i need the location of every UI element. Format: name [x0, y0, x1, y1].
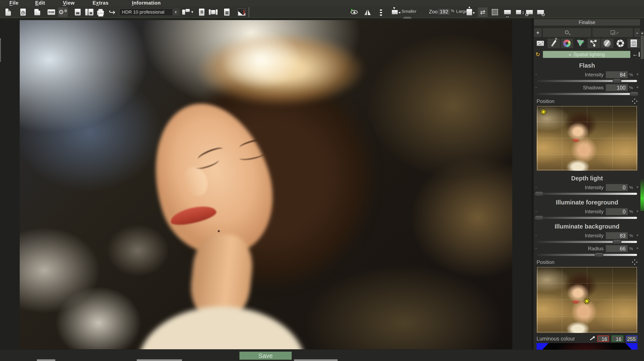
category-header[interactable]: ▲ Spatial lighting — [543, 51, 630, 58]
history-button[interactable]: ◷ — [18, 7, 28, 17]
export-arrow-icon: ↪ — [109, 8, 116, 16]
crop-tool-button[interactable] — [490, 7, 500, 17]
3d-view-button[interactable] — [592, 28, 633, 37]
snapshot-button[interactable] — [390, 7, 400, 17]
decrease-button[interactable]: - — [535, 71, 537, 77]
raw-converter-button[interactable]: RAW — [46, 7, 56, 17]
slider-thumb[interactable] — [630, 92, 638, 96]
report-tool-button[interactable] — [628, 38, 640, 48]
grain-tool-button[interactable] — [534, 38, 546, 48]
add-preset-button[interactable]: + — [534, 28, 542, 37]
search-input[interactable] — [543, 28, 591, 37]
rotate-right-button[interactable] — [536, 7, 545, 17]
menu-information[interactable]: Information — [132, 0, 161, 6]
depth-intensity-value[interactable]: 0 — [606, 184, 628, 191]
foreground-intensity-slider[interactable] — [537, 217, 637, 219]
depth-intensity-row: - Intensity 0 % + — [536, 184, 638, 191]
background-intensity-value[interactable]: 83 — [606, 232, 628, 239]
flash-intensity-value[interactable]: 84 — [606, 71, 628, 78]
save-as-button[interactable] — [84, 7, 94, 17]
remove-preset-button[interactable]: - — [634, 28, 640, 37]
new-project-button[interactable] — [3, 7, 13, 17]
scrollbar-thumb[interactable] — [641, 35, 644, 59]
green-value[interactable]: 16 — [612, 336, 623, 342]
mirror-button[interactable] — [363, 7, 372, 17]
flash-shadows-value[interactable]: 100 — [606, 84, 628, 91]
color-wheel-tool-button[interactable] — [561, 38, 574, 48]
save-project-button[interactable] — [73, 7, 82, 17]
paint-tool-button[interactable] — [601, 38, 614, 48]
preset-dropdown[interactable]: HDR 10 professional ▼ — [119, 8, 180, 16]
background-radius-value[interactable]: 66 — [606, 245, 628, 252]
slider-thumb[interactable] — [612, 79, 622, 83]
save-button[interactable]: Save — [240, 352, 292, 360]
scale-height-button[interactable] — [514, 7, 523, 17]
background-intensity-slider[interactable] — [537, 241, 637, 243]
rotate-left-button[interactable] — [524, 7, 534, 17]
menu-file[interactable]: File — [10, 0, 18, 6]
slider-thumb[interactable] — [594, 253, 603, 257]
menu-extras[interactable]: Extras — [92, 0, 108, 6]
decrease-button[interactable]: - — [535, 84, 537, 90]
export-button[interactable]: ↪ — [107, 7, 117, 17]
node-graph-tool-button[interactable] — [588, 38, 600, 48]
foreground-intensity-value[interactable]: 0 — [606, 208, 628, 215]
increase-button[interactable]: + — [636, 246, 639, 251]
increase-button[interactable]: + — [636, 208, 639, 214]
photo-canvas[interactable] — [20, 20, 512, 349]
left-panel-handle[interactable] — [0, 38, 1, 61]
scrollbar-button-top[interactable] — [641, 31, 644, 35]
print-button[interactable] — [96, 7, 105, 17]
floppy-split-icon — [85, 9, 88, 15]
light-source-marker[interactable] — [541, 109, 546, 115]
rotate-tool-button[interactable]: ⇄ — [478, 7, 488, 17]
depth-intensity-slider[interactable] — [537, 193, 637, 195]
device-transfer-button[interactable]: ▼ — [181, 7, 195, 17]
retouch-tool-button[interactable] — [548, 38, 560, 48]
histogram-button[interactable] — [237, 7, 246, 17]
background-position-thumbnail[interactable] — [536, 266, 638, 333]
flash-position-thumbnail[interactable] — [536, 105, 638, 171]
flash-intensity-slider[interactable] — [537, 80, 637, 82]
blue-value[interactable]: 255 — [626, 336, 638, 342]
preview-toggle-button[interactable] — [349, 7, 359, 17]
red-value[interactable]: 16 — [597, 336, 609, 342]
dock-panel-button[interactable]: ← — [632, 51, 640, 58]
fit-to-screen-button[interactable] — [464, 7, 474, 17]
copy-settings-button[interactable] — [32, 7, 42, 17]
layout-panels-button[interactable] — [208, 7, 218, 17]
scale-width-button[interactable] — [503, 7, 512, 17]
aperture-tool-button[interactable] — [614, 38, 627, 48]
increase-button[interactable]: + — [636, 71, 639, 77]
color-space-tool-button[interactable] — [574, 38, 586, 48]
preview-inspector-button[interactable]: ▥ — [222, 7, 232, 17]
decrease-button[interactable]: - — [535, 246, 537, 251]
increase-button[interactable]: + — [636, 233, 639, 238]
light-source-marker[interactable] — [584, 299, 590, 304]
increase-button[interactable]: + — [636, 184, 639, 190]
move-dots-icon[interactable] — [632, 260, 638, 265]
panel-divider — [532, 18, 534, 361]
increase-button[interactable]: + — [636, 84, 639, 90]
panel-scrollbar[interactable] — [640, 18, 644, 361]
post-processing-button[interactable]: ⚙⚙ — [58, 7, 68, 17]
background-radius-slider[interactable] — [537, 254, 637, 256]
decrease-button[interactable]: - — [535, 208, 537, 214]
dropdown-arrow-icon[interactable]: ▼ — [172, 9, 179, 15]
mask-brush-button[interactable] — [376, 7, 386, 17]
reset-category-button[interactable]: ↻ — [534, 51, 542, 58]
menu-view[interactable]: View — [63, 0, 74, 6]
decrease-button[interactable]: - — [535, 233, 537, 238]
zoom-value-input[interactable] — [438, 8, 450, 15]
slider-thumb[interactable] — [535, 216, 544, 220]
slider-thumb[interactable] — [535, 191, 544, 196]
slider-thumb[interactable] — [612, 240, 622, 244]
batch-processing-button[interactable]: B — [197, 7, 206, 17]
gears-icon: ⚙⚙ — [58, 9, 67, 15]
flash-shadows-slider[interactable] — [537, 93, 637, 95]
color-picker-icon[interactable] — [589, 336, 595, 341]
menu-edit[interactable]: Edit — [35, 0, 45, 6]
rotate-left-icon — [526, 10, 533, 14]
move-dots-icon[interactable] — [632, 99, 638, 104]
decrease-button[interactable]: - — [535, 184, 537, 190]
